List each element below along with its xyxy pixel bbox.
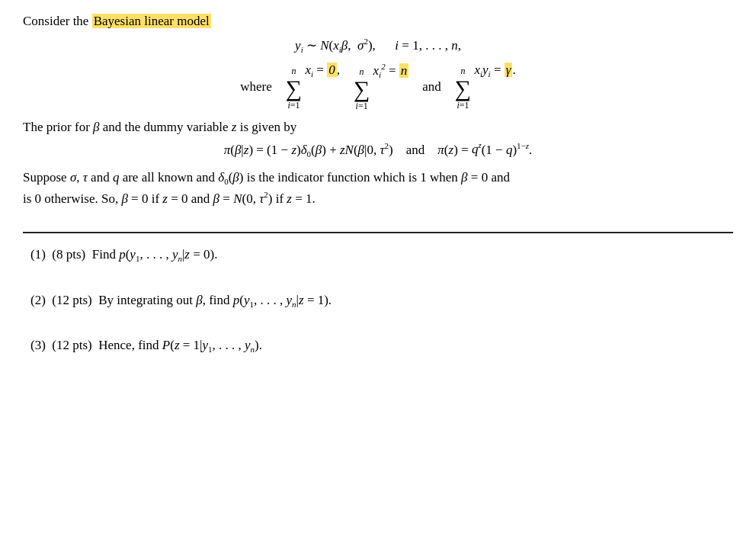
questions-section: (1) (8 pts) Find p(y1, . . . , yn|z = 0)… bbox=[23, 247, 733, 354]
yi-formula-block: yi ∼ N(xiβ, σ2), i = 1, . . . , n, bbox=[23, 37, 733, 54]
suppose-paragraph: Suppose σ, τ and q are all known and δ0(… bbox=[23, 168, 733, 209]
sum3-equals: = γ. bbox=[494, 63, 516, 77]
sum1-bottom: i=1 bbox=[287, 100, 300, 111]
q1-number: (1) bbox=[30, 247, 52, 262]
sum1-equals: = 0, bbox=[316, 63, 340, 77]
sum1-sigma: ∑ bbox=[286, 77, 302, 100]
yi-var: yi bbox=[295, 38, 303, 53]
sum3-var: xiyi bbox=[474, 63, 490, 77]
where-line: where n ∑ i=1 xi = 0, n ∑ i=1 xi2 bbox=[23, 62, 733, 112]
q2-number: (2) bbox=[30, 293, 52, 307]
q2-text: By integrating out β, find p(y1, . . . ,… bbox=[98, 293, 332, 307]
tilde: ∼ N(xi bbox=[306, 38, 341, 53]
prior-intro-text: The prior for β and the dummy variable z… bbox=[23, 120, 733, 135]
sum2-var: xi2 bbox=[373, 63, 386, 78]
sum3-expr: n ∑ i=1 xiyi = γ. bbox=[455, 63, 516, 111]
problem-statement: Consider the Bayesian linear model yi ∼ … bbox=[23, 14, 733, 218]
q2-pts: (12 pts) bbox=[52, 293, 98, 307]
sum1-var: xi bbox=[305, 63, 313, 77]
beta-param: β bbox=[341, 38, 348, 53]
consider-text: Consider the bbox=[23, 14, 92, 28]
and1-text: and bbox=[422, 79, 441, 95]
q3-number: (3) bbox=[30, 338, 52, 352]
sum2-expr: n ∑ i=1 xi2 = n bbox=[354, 62, 408, 112]
where-label: where bbox=[240, 79, 272, 95]
q3-text: Hence, find P(z = 1|y1, . . . , yn). bbox=[98, 338, 262, 352]
model-label: Bayesian linear model bbox=[92, 14, 211, 28]
sum2-bottom: i=1 bbox=[356, 101, 368, 112]
intro-line: Consider the Bayesian linear model bbox=[23, 14, 733, 29]
question-1: (1) (8 pts) Find p(y1, . . . , yn|z = 0)… bbox=[30, 247, 726, 263]
sum3-sigma: ∑ bbox=[455, 77, 471, 100]
sum2-sigma: ∑ bbox=[354, 78, 370, 101]
sum1-expr: n ∑ i=1 xi = 0, bbox=[286, 63, 340, 111]
section-divider bbox=[23, 232, 733, 233]
pi-formula-block: π(β|z) = (1 − z)δ0(β) + zN(β|0, τ2) and … bbox=[23, 141, 733, 159]
q1-text: Find p(y1, . . . , yn|z = 0). bbox=[92, 247, 218, 262]
sigma-param: , σ2), i = 1, . . . , n, bbox=[348, 38, 461, 53]
q3-pts: (12 pts) bbox=[52, 338, 98, 352]
q1-pts: (8 pts) bbox=[52, 247, 91, 262]
sum3-bottom: i=1 bbox=[456, 100, 469, 111]
sum2-equals: = n bbox=[389, 63, 408, 78]
question-2: (2) (12 pts) By integrating out β, find … bbox=[30, 293, 726, 309]
pi-beta-z: π bbox=[224, 142, 231, 156]
question-3: (3) (12 pts) Hence, find P(z = 1|y1, . .… bbox=[30, 338, 726, 354]
